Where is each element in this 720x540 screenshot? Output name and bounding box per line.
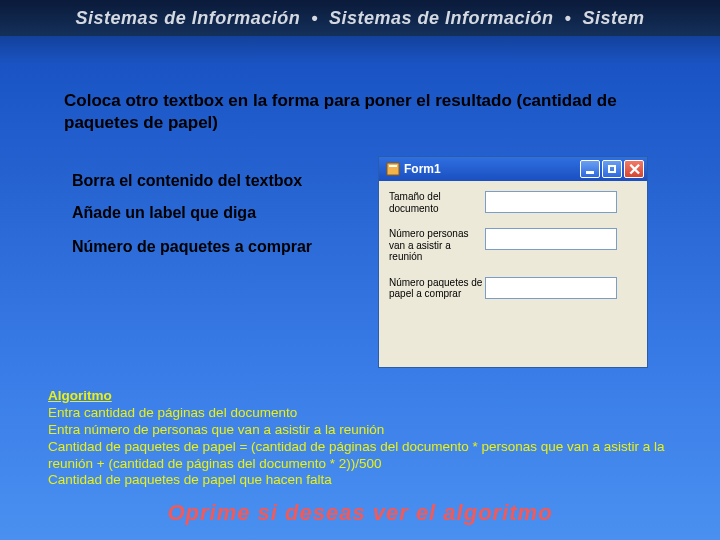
bullet-erase: Borra el contenido del textbox bbox=[72, 172, 302, 190]
titlebar: Form1 ✕ bbox=[379, 157, 647, 181]
title-left: Form1 bbox=[382, 162, 441, 176]
form-row: Número paquetes de papel a comprar bbox=[389, 277, 637, 300]
algorithm-block: Algoritmo Entra cantidad de páginas del … bbox=[48, 388, 688, 489]
form-label-size: Tamaño del documento bbox=[389, 191, 485, 214]
separator: • bbox=[565, 8, 572, 29]
banner-text: Sistemas de Información bbox=[76, 8, 301, 29]
form-row: Tamaño del documento bbox=[389, 191, 637, 214]
form-body: Tamaño del documento Número personas van… bbox=[379, 181, 647, 324]
form-window: Form1 ✕ Tamaño del documento Número pers… bbox=[378, 156, 648, 368]
textbox-document-size[interactable] bbox=[485, 191, 617, 213]
window-title: Form1 bbox=[404, 162, 441, 176]
form-label-packages: Número paquetes de papel a comprar bbox=[389, 277, 485, 300]
algorithm-line: Cantidad de paquetes de papel que hacen … bbox=[48, 472, 332, 487]
window-buttons: ✕ bbox=[580, 160, 644, 178]
svg-rect-1 bbox=[389, 165, 397, 167]
close-button[interactable]: ✕ bbox=[624, 160, 644, 178]
algorithm-header: Algoritmo bbox=[48, 388, 112, 403]
main-instruction: Coloca otro textbox en la forma para pon… bbox=[64, 90, 664, 134]
algorithm-line: Entra cantidad de páginas del documento bbox=[48, 405, 297, 420]
svg-rect-0 bbox=[387, 163, 399, 175]
maximize-button[interactable] bbox=[602, 160, 622, 178]
bullet-add-label: Añade un label que diga bbox=[72, 204, 256, 222]
banner-text: Sistemas de Información bbox=[329, 8, 554, 29]
header-banner: Sistemas de Información • Sistemas de In… bbox=[0, 0, 720, 36]
form-label-people: Número personas van a asistir a reunión bbox=[389, 228, 485, 263]
app-icon bbox=[386, 162, 400, 176]
banner-text: Sistem bbox=[582, 8, 644, 29]
algorithm-line: Cantidad de paquetes de papel = (cantida… bbox=[48, 439, 665, 471]
slide: Sistemas de Información • Sistemas de In… bbox=[0, 0, 720, 540]
form-row: Número personas van a asistir a reunión bbox=[389, 228, 637, 263]
algorithm-line: Entra número de personas que van a asist… bbox=[48, 422, 384, 437]
textbox-packages[interactable] bbox=[485, 277, 617, 299]
minimize-button[interactable] bbox=[580, 160, 600, 178]
separator: • bbox=[311, 8, 318, 29]
bullet-label-text: Número de paquetes a comprar bbox=[72, 238, 312, 256]
textbox-people-count[interactable] bbox=[485, 228, 617, 250]
cta-text: Oprime si deseas ver el algoritmo bbox=[0, 500, 720, 526]
